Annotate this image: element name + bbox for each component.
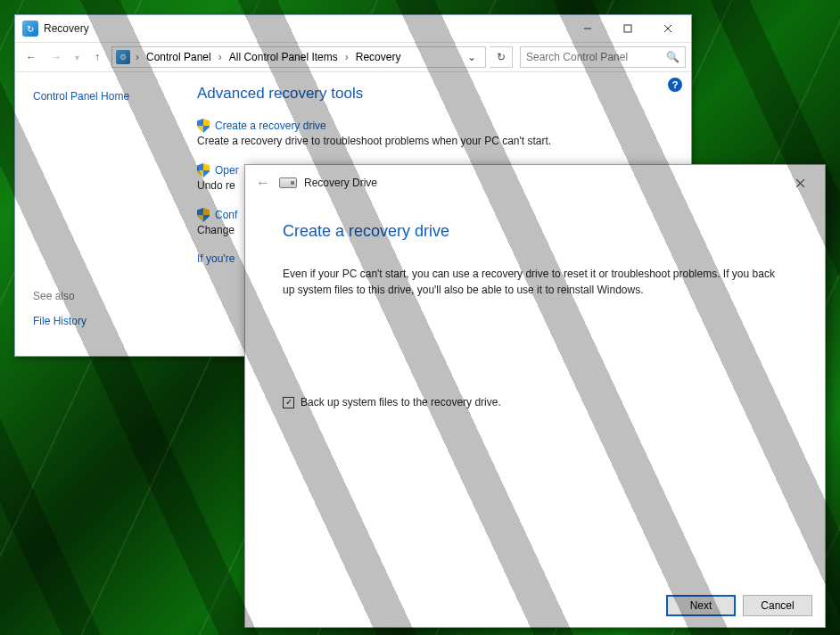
wizard-titlebar[interactable]: ← Recovery Drive: [245, 165, 825, 201]
chevron-right-icon: ›: [215, 51, 226, 63]
wizard-close-button[interactable]: [780, 169, 819, 196]
nav-toolbar: ← → ▾ ↑ ⚙ › Control Panel › All Control …: [15, 42, 691, 72]
chevron-right-icon: ›: [132, 51, 143, 63]
file-history-link[interactable]: File History: [33, 315, 176, 327]
page-heading: Advanced recovery tools: [197, 85, 670, 103]
search-icon: 🔍: [666, 51, 679, 63]
wizard-heading: Create a recovery drive: [283, 222, 787, 241]
close-button[interactable]: [647, 16, 688, 41]
sidebar: Control Panel Home See also File History: [15, 72, 194, 356]
help-icon[interactable]: ?: [668, 78, 682, 92]
breadcrumb-item[interactable]: All Control Panel Items: [227, 51, 340, 63]
nav-back-button[interactable]: ←: [21, 46, 42, 68]
open-system-restore-link[interactable]: Oper: [215, 164, 239, 177]
svg-rect-1: [624, 25, 631, 32]
control-panel-home-link[interactable]: Control Panel Home: [33, 90, 176, 103]
wizard-back-button[interactable]: ←: [256, 175, 276, 191]
chevron-right-icon: ›: [342, 51, 352, 63]
see-also-label: See also: [33, 290, 176, 302]
more-help-link[interactable]: If you're: [197, 252, 235, 265]
cancel-button[interactable]: Cancel: [743, 595, 812, 616]
search-placeholder: Search Control Panel: [526, 51, 666, 63]
refresh-button[interactable]: ↻: [490, 46, 513, 68]
backup-checkbox-row[interactable]: ✓ Back up system files to the recovery d…: [283, 396, 787, 408]
configure-system-restore-link[interactable]: Conf: [215, 209, 237, 221]
nav-recent-dropdown[interactable]: ▾: [70, 46, 83, 68]
titlebar[interactable]: ↻ Recovery: [15, 15, 691, 42]
breadcrumb-dropdown[interactable]: ⌄: [462, 51, 482, 63]
nav-forward-button[interactable]: →: [45, 46, 67, 68]
wizard-footer: Next Cancel: [245, 584, 825, 627]
recovery-icon: ↻: [22, 21, 38, 37]
tool-item: Create a recovery drive Create a recover…: [197, 119, 670, 147]
next-button[interactable]: Next: [666, 595, 736, 616]
wizard-title: Recovery Drive: [304, 177, 377, 189]
recovery-drive-wizard: ← Recovery Drive Create a recovery drive…: [244, 164, 826, 628]
maximize-button[interactable]: [607, 16, 647, 41]
breadcrumb[interactable]: ⚙ › Control Panel › All Control Panel It…: [111, 46, 486, 68]
create-recovery-drive-link[interactable]: Create a recovery drive: [215, 120, 326, 132]
breadcrumb-item[interactable]: Recovery: [354, 51, 403, 63]
minimize-button[interactable]: [567, 16, 607, 41]
tool-description: Create a recovery drive to troubleshoot …: [197, 135, 670, 147]
checkbox-icon[interactable]: ✓: [283, 397, 294, 408]
shield-icon: [197, 163, 210, 177]
search-input[interactable]: Search Control Panel 🔍: [520, 46, 686, 68]
drive-icon: [279, 177, 297, 188]
wizard-description: Even if your PC can't start, you can use…: [283, 266, 787, 298]
breadcrumb-item[interactable]: Control Panel: [144, 51, 213, 63]
breadcrumb-icon: ⚙: [116, 50, 130, 64]
window-title: Recovery: [44, 22, 567, 35]
shield-icon: [197, 208, 210, 222]
checkbox-label: Back up system files to the recovery dri…: [301, 396, 501, 408]
nav-up-button[interactable]: ↑: [86, 46, 108, 68]
shield-icon: [197, 119, 210, 133]
wizard-body: Create a recovery drive Even if your PC …: [245, 201, 825, 584]
